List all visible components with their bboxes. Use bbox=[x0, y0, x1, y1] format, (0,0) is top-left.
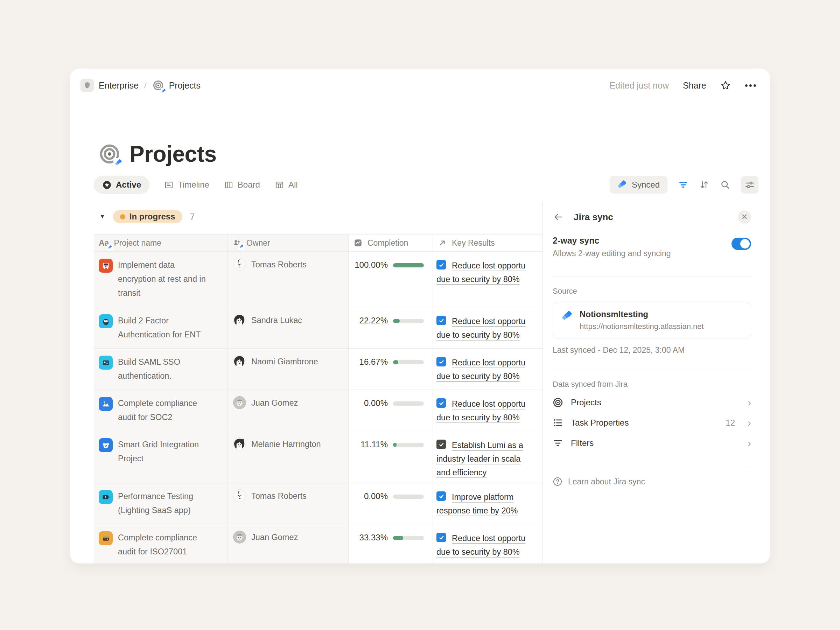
database-toolbar: Synced bbox=[610, 176, 758, 194]
collapse-triangle-icon[interactable]: ▼ bbox=[99, 213, 105, 220]
jira-sync-panel: Jira sync ✕ 2-way sync Allows 2-way edit… bbox=[543, 201, 770, 564]
key-result-link[interactable]: and efficiency bbox=[436, 466, 543, 480]
progress-bar bbox=[393, 494, 424, 499]
project-icon-wallet bbox=[99, 531, 113, 545]
source-card[interactable]: Notionsmltesting https://notionsmltestin… bbox=[553, 302, 751, 338]
checkbox-icon[interactable] bbox=[436, 491, 446, 501]
jira-icon bbox=[617, 180, 627, 190]
project-name-cell[interactable]: Complete compliance audit for SOC2 bbox=[94, 390, 227, 431]
key-result-link[interactable]: due to security by 80% bbox=[436, 411, 543, 425]
column-header-project-name[interactable]: Aa Project name bbox=[94, 235, 227, 251]
column-header-owner[interactable]: Owner bbox=[227, 235, 349, 251]
table-row: Performance Testing (Lighting SaaS app) … bbox=[94, 483, 543, 524]
checkbox-icon[interactable] bbox=[436, 357, 446, 366]
key-result-link[interactable]: due to security by 80% bbox=[436, 328, 543, 342]
edited-status: Edited just now bbox=[609, 81, 669, 91]
panel-item-filters[interactable]: Filters › bbox=[553, 433, 751, 453]
key-result-link[interactable]: Improve platform bbox=[452, 490, 543, 504]
back-arrow-icon[interactable] bbox=[553, 212, 564, 223]
owner-cell[interactable]: Tomas Roberts bbox=[227, 483, 349, 524]
filter-icon[interactable] bbox=[678, 180, 688, 190]
learn-label: Learn about Jira sync bbox=[568, 477, 645, 486]
completion-cell[interactable]: 0.00% bbox=[349, 483, 433, 524]
data-synced-label: Data synced from Jira bbox=[553, 380, 751, 389]
tab-timeline[interactable]: Timeline bbox=[164, 180, 209, 190]
key-results-cell[interactable]: Reduce lost opportu due to security by 8… bbox=[433, 524, 543, 564]
column-label: Completion bbox=[368, 238, 408, 248]
status-pill[interactable]: In progress bbox=[113, 210, 182, 223]
completion-cell[interactable]: 33.33% bbox=[349, 524, 433, 564]
project-name-cell[interactable]: Performance Testing (Lighting SaaS app) bbox=[94, 483, 227, 524]
more-options-icon[interactable]: ••• bbox=[745, 80, 757, 91]
owner-cell[interactable]: Sandra Lukac bbox=[227, 307, 349, 348]
completion-cell[interactable]: 0.00% bbox=[349, 390, 433, 431]
tab-label: All bbox=[288, 180, 298, 190]
table-row: Implement data encryption at rest and in… bbox=[94, 252, 543, 307]
synced-button[interactable]: Synced bbox=[610, 176, 668, 194]
key-results-cell[interactable]: Reduce lost opportu due to security by 8… bbox=[433, 390, 543, 431]
key-results-cell[interactable]: Reduce lost opportu due to security by 8… bbox=[433, 349, 543, 390]
project-name-cell[interactable]: Build 2 Factor Authentication for ENT bbox=[94, 307, 227, 348]
project-name-cell[interactable]: Build SAML SSO authentication. bbox=[94, 349, 227, 390]
key-result-link[interactable]: industry leader in scala bbox=[436, 452, 543, 466]
checkbox-icon[interactable] bbox=[436, 440, 446, 449]
key-result-link[interactable]: Reduce lost opportu bbox=[452, 397, 543, 411]
share-button[interactable]: Share bbox=[683, 81, 706, 91]
panel-item-label: Filters bbox=[571, 438, 594, 448]
breadcrumb-workspace[interactable]: Enterprise bbox=[99, 81, 139, 91]
owner-cell[interactable]: Tomas Roberts bbox=[227, 252, 349, 307]
key-results-cell[interactable]: Establish Lumi as a industry leader in s… bbox=[433, 431, 543, 483]
column-header-completion[interactable]: Completion bbox=[349, 235, 433, 251]
key-results-cell[interactable]: Reduce lost opportu due to security by 8… bbox=[433, 252, 543, 307]
completion-cell[interactable]: 22.22% bbox=[349, 307, 433, 348]
project-name-cell[interactable]: Implement data encryption at rest and in… bbox=[94, 252, 227, 307]
favorite-star-icon[interactable] bbox=[720, 80, 731, 91]
key-result-link[interactable]: Reduce lost opportu bbox=[452, 259, 543, 273]
owner-cell[interactable]: Juan Gomez bbox=[227, 524, 349, 564]
owner-cell[interactable]: Juan Gomez bbox=[227, 390, 349, 431]
status-dot-icon bbox=[120, 214, 125, 219]
tab-label: Active bbox=[116, 180, 141, 190]
top-bar: Enterprise / Projects Edited just now Sh… bbox=[70, 69, 770, 102]
key-result-link[interactable]: due to security by 80% bbox=[436, 273, 543, 286]
project-name-cell[interactable]: Smart Grid Integration Project bbox=[94, 431, 227, 483]
checkbox-icon[interactable] bbox=[436, 533, 446, 542]
completion-cell[interactable]: 11.11% bbox=[349, 431, 433, 483]
table-icon bbox=[275, 180, 284, 190]
arrow-up-right-icon bbox=[438, 238, 447, 248]
key-result-link[interactable]: Reduce lost opportu bbox=[452, 532, 543, 545]
key-result-link[interactable]: Reduce lost opportu bbox=[452, 356, 543, 369]
sort-icon[interactable] bbox=[699, 180, 709, 190]
search-icon[interactable] bbox=[720, 180, 731, 190]
owner-cell[interactable]: Melanie Harrington bbox=[227, 431, 349, 483]
key-result-link[interactable]: due to security by 80% bbox=[436, 369, 543, 383]
tab-board[interactable]: Board bbox=[224, 180, 260, 190]
key-result-link[interactable]: due to security by 80% bbox=[436, 545, 543, 559]
tab-all[interactable]: All bbox=[275, 180, 298, 190]
key-results-cell[interactable]: Reduce lost opportu due to security by 8… bbox=[433, 307, 543, 348]
close-icon[interactable]: ✕ bbox=[738, 210, 751, 224]
view-settings-button[interactable] bbox=[741, 176, 758, 194]
synced-label: Synced bbox=[632, 180, 660, 190]
breadcrumb-page[interactable]: Projects bbox=[169, 81, 201, 91]
key-result-link[interactable]: Reduce lost opportu bbox=[452, 315, 543, 328]
tab-active[interactable]: Active bbox=[94, 176, 150, 194]
learn-about-jira-sync-link[interactable]: Learn about Jira sync bbox=[553, 477, 751, 486]
progress-bar bbox=[393, 401, 424, 406]
owner-cell[interactable]: Naomi Giambrone bbox=[227, 349, 349, 390]
checkbox-icon[interactable] bbox=[436, 398, 446, 408]
project-name-cell[interactable]: Complete compliance audit for ISO27001 bbox=[94, 524, 227, 564]
key-results-cell[interactable]: Improve platform response time by 20% bbox=[433, 483, 543, 524]
completion-cell[interactable]: 16.67% bbox=[349, 349, 433, 390]
views-toolbar-row: Active Timeline Board All Synced bbox=[94, 176, 758, 194]
panel-item-task-properties[interactable]: Task Properties 12 › bbox=[553, 413, 751, 433]
checkbox-icon[interactable] bbox=[436, 260, 446, 270]
key-result-link[interactable]: response time by 20% bbox=[436, 504, 543, 518]
avatar bbox=[233, 314, 246, 327]
two-way-sync-toggle[interactable] bbox=[731, 238, 751, 250]
completion-cell[interactable]: 100.00% bbox=[349, 252, 433, 307]
column-header-key-results[interactable]: Key Results bbox=[433, 235, 543, 251]
checkbox-icon[interactable] bbox=[436, 316, 446, 325]
key-result-link[interactable]: Establish Lumi as a bbox=[452, 439, 543, 452]
panel-item-projects[interactable]: Projects › bbox=[553, 392, 751, 413]
